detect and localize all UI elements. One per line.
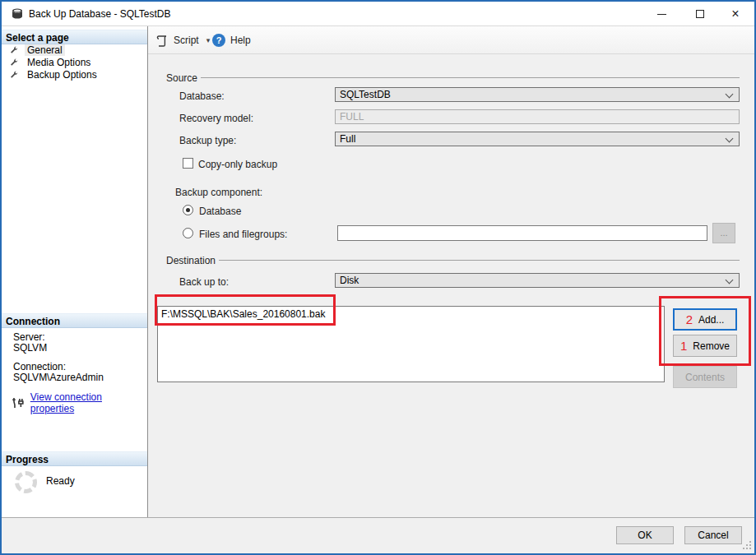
- source-group-rule: [201, 77, 740, 78]
- destination-group-label: Destination: [166, 255, 216, 266]
- server-label: Server:: [13, 331, 45, 343]
- database-label: Database:: [179, 90, 225, 102]
- cancel-button[interactable]: Cancel: [684, 526, 742, 544]
- destination-group-rule: [219, 260, 740, 261]
- progress-header: Progress: [2, 451, 147, 466]
- chevron-down-icon: [726, 135, 734, 143]
- connection-properties-icon: [12, 397, 26, 409]
- connection-label: Connection:: [13, 361, 66, 372]
- script-button[interactable]: Script ▾: [153, 31, 213, 49]
- help-label: Help: [230, 35, 251, 46]
- add-button[interactable]: 2 Add...: [673, 308, 737, 331]
- sidebar-item-backup-options[interactable]: Backup Options: [2, 68, 147, 81]
- wrench-icon: [9, 45, 19, 55]
- sidebar-item-label: Media Options: [25, 57, 93, 68]
- browse-button[interactable]: ...: [712, 223, 735, 243]
- server-value: SQLVM: [13, 342, 47, 354]
- view-connection-properties-label: View connection properties: [30, 391, 147, 414]
- help-button[interactable]: ? Help: [209, 31, 254, 49]
- progress-status: Ready: [46, 475, 75, 487]
- annotation-number-1: 1: [680, 339, 687, 353]
- back-up-to-label: Back up to:: [179, 276, 229, 288]
- backup-destinations-listbox[interactable]: F:\MSSQL\BAK\Sales_20160801.bak: [157, 306, 665, 382]
- sidebar-item-media-options[interactable]: Media Options: [2, 56, 147, 68]
- chevron-down-icon: [726, 90, 734, 99]
- sidebar-item-label: General: [25, 44, 65, 56]
- connection-header: Connection: [2, 313, 147, 328]
- maximize-icon: [696, 10, 704, 18]
- script-icon: [156, 35, 169, 47]
- sidebar: Select a page General Media Options Back…: [2, 26, 148, 517]
- copy-only-backup-label: Copy-only backup: [198, 159, 277, 170]
- database-value: SQLTestDB: [340, 89, 391, 100]
- remove-button[interactable]: 1 Remove: [673, 335, 737, 357]
- ok-button[interactable]: OK: [616, 526, 674, 544]
- minimize-icon: [657, 14, 666, 15]
- database-radio-label: Database: [199, 206, 241, 217]
- script-label: Script: [174, 35, 199, 46]
- progress-spinner-icon: [15, 471, 37, 493]
- contents-button: Contents: [673, 366, 737, 388]
- close-icon: ×: [731, 7, 739, 21]
- remove-button-label: Remove: [693, 340, 730, 352]
- recovery-model-field: FULL: [335, 109, 740, 124]
- database-radio[interactable]: [183, 205, 193, 215]
- annotation-number-2: 2: [686, 312, 693, 326]
- footer: OK Cancel: [2, 517, 754, 553]
- files-and-filegroups-radio[interactable]: [183, 228, 193, 238]
- files-and-filegroups-label: Files and filegroups:: [199, 229, 287, 240]
- backup-type-label: Backup type:: [179, 135, 236, 146]
- backup-component-label: Backup component:: [175, 187, 262, 198]
- wrench-icon: [9, 70, 19, 80]
- files-and-filegroups-input[interactable]: [337, 225, 707, 241]
- resize-grip[interactable]: [743, 541, 751, 549]
- recovery-model-value: FULL: [340, 111, 364, 123]
- back-up-to-select[interactable]: Disk: [335, 273, 740, 288]
- backup-type-select[interactable]: Full: [335, 132, 740, 146]
- backup-database-window: Back Up Database - SQLTestDB × Select a …: [0, 0, 756, 555]
- database-select[interactable]: SQLTestDB: [335, 87, 740, 102]
- recovery-model-label: Recovery model:: [179, 113, 253, 124]
- close-button[interactable]: ×: [722, 2, 749, 26]
- main-panel: Script ▾ ? Help Source Database: SQLTest…: [148, 26, 754, 517]
- add-button-label: Add...: [698, 314, 724, 326]
- wrench-icon: [9, 58, 19, 67]
- contents-button-label: Contents: [685, 372, 725, 383]
- minimize-button[interactable]: [648, 2, 675, 26]
- title-bar: Back Up Database - SQLTestDB ×: [2, 2, 754, 26]
- toolbar: Script ▾ ? Help: [148, 26, 754, 54]
- view-connection-properties-link[interactable]: View connection properties: [12, 391, 147, 414]
- database-icon: [11, 7, 24, 21]
- back-up-to-value: Disk: [340, 275, 359, 286]
- sidebar-item-general[interactable]: General: [2, 44, 147, 56]
- help-icon: ?: [212, 34, 225, 47]
- connection-value: SQLVM\AzureAdmin: [13, 372, 104, 383]
- backup-file-list-item[interactable]: F:\MSSQL\BAK\Sales_20160801.bak: [158, 307, 664, 320]
- source-group-label: Source: [166, 72, 197, 84]
- maximize-button[interactable]: [686, 2, 714, 26]
- sidebar-item-label: Backup Options: [25, 69, 100, 81]
- copy-only-backup-checkbox[interactable]: [183, 158, 193, 169]
- backup-type-value: Full: [340, 133, 355, 145]
- select-a-page-header: Select a page: [2, 30, 147, 44]
- chevron-down-icon: [726, 276, 734, 284]
- window-title: Back Up Database - SQLTestDB: [29, 8, 171, 20]
